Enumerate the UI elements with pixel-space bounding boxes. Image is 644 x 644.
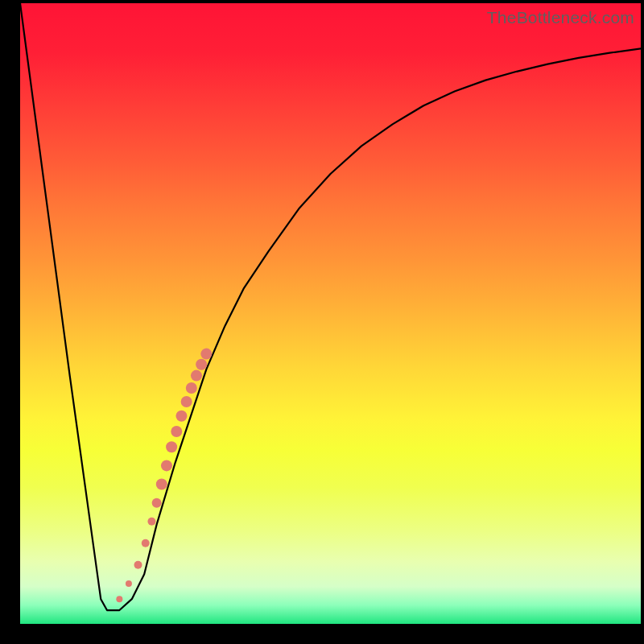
- highlight-marker: [126, 580, 132, 587]
- chart-svg: [20, 3, 641, 624]
- highlight-marker: [196, 359, 207, 370]
- highlight-marker: [175, 411, 187, 422]
- highlight-marker: [200, 349, 212, 360]
- plot-area: TheBottleneck.com: [20, 3, 641, 624]
- chart-frame: TheBottleneck.com: [0, 0, 644, 644]
- highlight-marker: [181, 396, 192, 407]
- highlight-marker: [134, 561, 142, 569]
- highlight-marker: [142, 539, 150, 547]
- curve-line: [20, 3, 641, 610]
- highlight-marker: [171, 426, 182, 437]
- highlight-markers: [116, 349, 212, 603]
- highlight-marker: [156, 479, 167, 490]
- highlight-marker: [161, 460, 172, 471]
- curve-path: [20, 3, 641, 610]
- highlight-marker: [191, 370, 202, 382]
- highlight-marker: [147, 518, 155, 526]
- highlight-marker: [152, 498, 162, 508]
- highlight-marker: [116, 596, 122, 602]
- highlight-marker: [166, 441, 177, 452]
- highlight-marker: [186, 382, 197, 394]
